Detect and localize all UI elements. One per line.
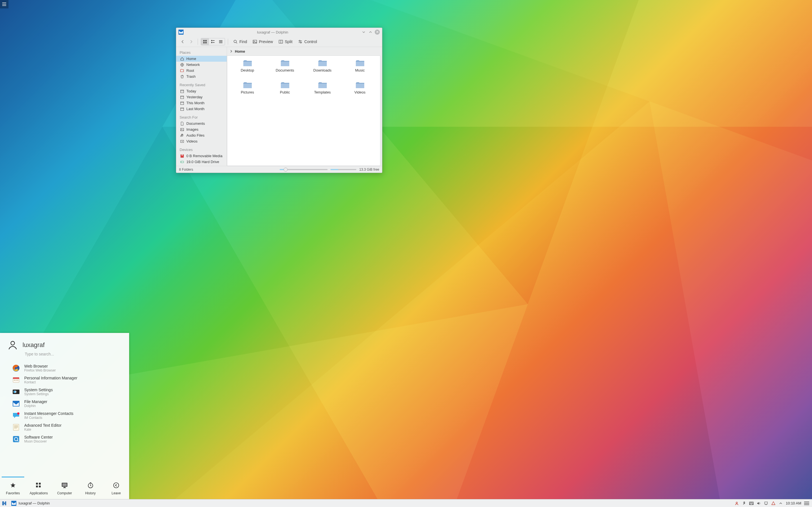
- favorite-file-manager[interactable]: File ManagerDolphin: [0, 398, 129, 409]
- svg-rect-44: [253, 40, 257, 43]
- split-button[interactable]: Split: [276, 38, 295, 45]
- folder-documents[interactable]: Documents: [267, 60, 303, 80]
- svg-rect-37: [213, 40, 214, 41]
- svg-rect-39: [213, 42, 214, 43]
- calendar-icon: [180, 101, 184, 105]
- tray-network-icon[interactable]: [764, 501, 768, 506]
- zoom-slider[interactable]: [280, 169, 327, 170]
- folder-pictures[interactable]: Pictures: [230, 82, 265, 102]
- svg-rect-40: [219, 40, 222, 41]
- tab-computer[interactable]: Computer: [52, 482, 78, 495]
- back-button[interactable]: [179, 38, 186, 45]
- favorite-software-center[interactable]: Software CenterMuon Discover: [0, 433, 129, 445]
- svg-point-49: [299, 40, 300, 41]
- folder-videos[interactable]: Videos: [342, 82, 378, 102]
- taskbar-task-dolphin[interactable]: luxagraf — Dolphin: [8, 499, 53, 507]
- favorite-pim[interactable]: Personal Information ManagerKontact: [0, 374, 129, 386]
- dolphin-statusbar: 8 Folders 13.3 GiB free: [176, 166, 382, 173]
- tab-history[interactable]: History: [78, 482, 103, 495]
- sidebar-item-videos[interactable]: Videos: [176, 138, 227, 144]
- sidebar-item-images[interactable]: Images: [176, 126, 227, 132]
- sidebar-item-network[interactable]: Network: [176, 62, 227, 68]
- window-minimize-button[interactable]: [361, 30, 366, 35]
- svg-point-45: [254, 41, 255, 41]
- sidebar-item-hard-drive[interactable]: 19.0 GiB Hard Drive: [176, 159, 227, 165]
- favorite-subtitle: IM Contacts: [24, 416, 73, 420]
- sidebar-item-this-month[interactable]: This Month: [176, 100, 227, 106]
- taskbar-clock[interactable]: 10:10 AM: [786, 501, 801, 505]
- start-button[interactable]: [0, 499, 8, 507]
- folder-icon: [281, 82, 290, 89]
- view-compact-button[interactable]: [209, 38, 217, 45]
- sidebar-item-documents[interactable]: Documents: [176, 121, 227, 126]
- favorite-title: Advanced Text Editor: [24, 423, 61, 428]
- folder-desktop[interactable]: Desktop: [230, 60, 265, 80]
- svg-rect-61: [181, 128, 184, 131]
- svg-point-30: [114, 483, 119, 488]
- search-input[interactable]: [25, 352, 122, 356]
- forward-button[interactable]: [188, 38, 195, 45]
- window-close-button[interactable]: ✕: [375, 30, 380, 35]
- clock-icon: [87, 482, 94, 489]
- tray-bluetooth-icon[interactable]: [742, 501, 746, 506]
- find-button[interactable]: Find: [231, 38, 249, 45]
- split-label: Split: [285, 40, 292, 44]
- folder-templates[interactable]: Templates: [305, 82, 340, 102]
- sidebar-item-audio[interactable]: Audio Files: [176, 132, 227, 138]
- taskbar-panel-button[interactable]: [804, 501, 809, 506]
- control-button[interactable]: Control: [296, 38, 319, 45]
- sidebar-item-removable[interactable]: 0 B Removable Media: [176, 153, 227, 159]
- tray-expand-icon[interactable]: [778, 501, 783, 506]
- favorite-text-editor[interactable]: Advanced Text EditorKate: [0, 421, 129, 433]
- desktop-hamburger-button[interactable]: [0, 0, 8, 8]
- tray-updater-icon[interactable]: [771, 501, 776, 506]
- tray-keyboard-icon[interactable]: [749, 501, 754, 506]
- svg-rect-74: [752, 502, 753, 503]
- window-maximize-button[interactable]: [368, 30, 373, 35]
- network-icon: [180, 63, 184, 67]
- tab-applications[interactable]: Applications: [26, 482, 52, 495]
- sidebar-item-root[interactable]: Root: [176, 68, 227, 73]
- sidebar-item-home[interactable]: Home: [176, 56, 227, 62]
- view-icons-button[interactable]: [201, 38, 209, 45]
- window-titlebar[interactable]: luxagraf — Dolphin ✕: [176, 28, 382, 36]
- sidebar-item-last-month[interactable]: Last Month: [176, 106, 227, 112]
- view-details-button[interactable]: [217, 38, 225, 45]
- tab-leave[interactable]: Leave: [103, 482, 129, 495]
- sidebar-head-search: Search For: [176, 114, 227, 121]
- tray-user-icon[interactable]: [734, 501, 739, 506]
- favorite-im-contacts[interactable]: Instant Messenger ContactsIM Contacts: [0, 409, 129, 421]
- control-label: Control: [304, 40, 317, 44]
- favorite-subtitle: Muon Discover: [24, 439, 53, 443]
- calendar-icon: [180, 107, 184, 111]
- svg-rect-71: [750, 502, 750, 503]
- breadcrumb[interactable]: Home: [227, 47, 382, 55]
- calendar-icon: [180, 95, 184, 99]
- sidebar-item-today[interactable]: Today: [176, 88, 227, 94]
- chevron-right-icon: [230, 50, 233, 53]
- firefox-icon: [12, 364, 20, 372]
- folder-downloads[interactable]: Downloads: [305, 60, 340, 80]
- system-tray: 10:10 AM: [732, 501, 812, 506]
- svg-rect-25: [64, 487, 65, 488]
- im-icon: [12, 412, 20, 419]
- svg-rect-33: [205, 40, 207, 41]
- removable-media-icon: [180, 154, 184, 158]
- settings-icon: [12, 388, 20, 395]
- dolphin-content: Home Desktop Documents Downloads Music P…: [227, 47, 382, 166]
- favorite-system-settings[interactable]: System SettingsSystem Settings: [0, 386, 129, 398]
- sidebar-item-yesterday[interactable]: Yesterday: [176, 94, 227, 100]
- tray-volume-icon[interactable]: [756, 501, 761, 506]
- svg-rect-3: [13, 378, 19, 379]
- folder-music[interactable]: Music: [342, 60, 378, 80]
- file-grid[interactable]: Desktop Documents Downloads Music Pictur…: [227, 55, 380, 166]
- svg-rect-77: [765, 502, 767, 504]
- preview-button[interactable]: Preview: [250, 38, 275, 45]
- sidebar-item-trash[interactable]: Trash: [176, 73, 227, 79]
- svg-rect-75: [750, 503, 753, 504]
- favorite-web-browser[interactable]: Web BrowserFirefox Web Browser: [0, 362, 129, 374]
- monitor-icon: [61, 482, 68, 489]
- folder-public[interactable]: Public: [267, 82, 303, 102]
- tab-label: History: [85, 491, 96, 495]
- tab-favorites[interactable]: Favorites: [0, 482, 26, 495]
